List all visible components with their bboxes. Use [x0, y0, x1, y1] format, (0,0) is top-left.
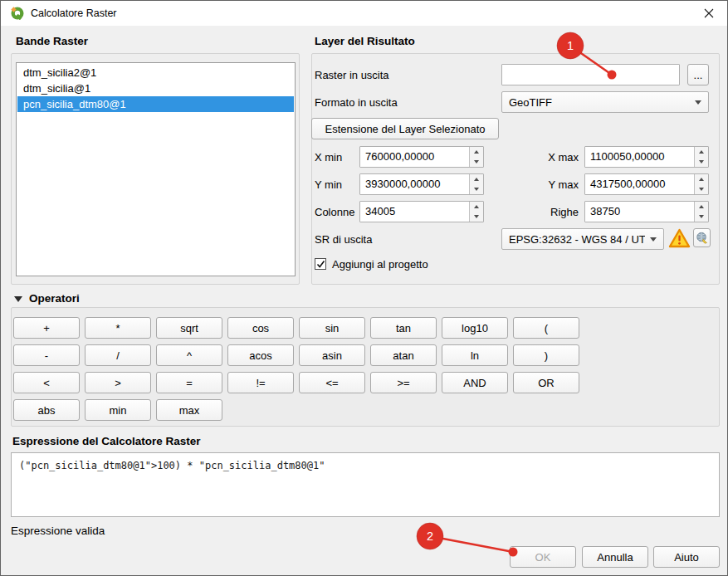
list-item[interactable]: pcn_sicilia_dtm80@1	[17, 96, 294, 112]
operator-button[interactable]: OR	[513, 372, 579, 393]
operator-button[interactable]: /	[85, 344, 151, 366]
help-button[interactable]: Aiuto	[653, 546, 720, 568]
operator-button[interactable]: sin	[299, 317, 365, 339]
selected-layer-extent-button[interactable]: Estensione del Layer Selezionato	[311, 118, 499, 139]
operator-button[interactable]: <	[13, 372, 80, 393]
collapse-triangle-icon[interactable]	[14, 296, 22, 302]
annotation-2-number: 2	[427, 530, 433, 543]
operator-button[interactable]: acos	[227, 344, 294, 366]
operator-button[interactable]: -	[13, 344, 80, 366]
ymax-label: Y max	[524, 178, 579, 192]
window-title: Calcolatore Raster	[31, 7, 117, 19]
operator-button[interactable]: min	[85, 399, 151, 421]
check-icon	[316, 260, 325, 269]
add-to-project-label: Aggiungi al progetto	[332, 257, 428, 271]
output-format-value: GeoTIFF	[509, 96, 690, 109]
operators-header: Operatori	[29, 292, 80, 305]
operator-button[interactable]: sqrt	[156, 317, 222, 339]
spin-up-icon[interactable]	[695, 202, 708, 212]
operator-button[interactable]: max	[156, 399, 222, 421]
operator-button[interactable]: <=	[299, 372, 365, 393]
expression-header: Espressione del Calcolatore Raster	[12, 435, 201, 447]
xmax-label: X max	[524, 150, 579, 164]
operator-button[interactable]: tan	[370, 317, 437, 339]
raster-calculator-dialog: Calcolatore Raster Bande Raster dtm_sici…	[0, 0, 728, 576]
spin-down-icon[interactable]	[695, 212, 708, 222]
operator-button[interactable]: =	[156, 372, 222, 393]
ymax-spinner[interactable]: 4317500,00000	[584, 173, 709, 195]
ymax-value: 4317500,00000	[585, 174, 694, 194]
xmin-value: 760000,00000	[360, 147, 469, 167]
title-bar: Calcolatore Raster	[1, 1, 727, 26]
result-frame	[311, 53, 720, 285]
operator-button[interactable]: atan	[370, 344, 437, 366]
ok-button[interactable]: OK	[510, 546, 576, 568]
close-icon	[704, 8, 714, 18]
operator-button[interactable]: ^	[156, 344, 222, 366]
output-crs-value: EPSG:32632 - WGS 84 / UT	[509, 233, 645, 246]
columns-value: 34005	[360, 202, 469, 222]
rows-spinner[interactable]: 38750	[584, 201, 709, 222]
spin-down-icon[interactable]	[470, 184, 483, 194]
spin-up-icon[interactable]	[470, 202, 483, 212]
output-format-select[interactable]: GeoTIFF	[501, 91, 709, 113]
globe-edit-icon	[696, 232, 708, 244]
ymin-label: Y min	[315, 178, 342, 192]
spin-up-icon[interactable]	[695, 174, 708, 184]
qgis-logo-icon	[10, 6, 25, 21]
raster-band-list[interactable]: dtm_sicilia2@1dtm_sicilia@1pcn_sicilia_d…	[16, 62, 296, 276]
output-crs-select[interactable]: EPSG:32632 - WGS 84 / UT	[501, 228, 664, 250]
cancel-button[interactable]: Annulla	[582, 546, 648, 568]
chevron-down-icon	[650, 237, 657, 242]
annotation-1-number: 1	[567, 39, 574, 52]
operator-button[interactable]: abs	[13, 399, 80, 421]
operator-button[interactable]: log10	[442, 317, 508, 339]
operator-button[interactable]: *	[85, 317, 151, 339]
close-button[interactable]	[691, 1, 727, 26]
ymin-spinner[interactable]: 3930000,00000	[359, 173, 484, 195]
expression-status: Espressione valida	[11, 525, 105, 537]
ymin-value: 3930000,00000	[360, 174, 469, 194]
output-raster-label: Raster in uscita	[315, 68, 389, 82]
spin-down-icon[interactable]	[470, 157, 483, 167]
output-format-label: Formato in uscita	[315, 95, 398, 110]
operator-button[interactable]: >	[85, 372, 151, 393]
chevron-down-icon	[695, 100, 701, 105]
xmax-spinner[interactable]: 1100050,00000	[584, 146, 709, 168]
operator-button[interactable]: asin	[299, 344, 365, 366]
rows-value: 38750	[585, 202, 694, 222]
output-raster-input[interactable]	[501, 64, 680, 85]
list-item[interactable]: dtm_sicilia2@1	[17, 65, 294, 81]
bands-header: Bande Raster	[16, 35, 88, 47]
rows-label: Righe	[524, 205, 579, 219]
output-crs-label: SR di uscita	[315, 232, 372, 247]
expression-textarea[interactable]: ("pcn_sicilia_dtm80@1">100) * "pcn_sicil…	[11, 452, 720, 517]
operators-grid: +*sqrtcossintanlog10(-/^acosasinatanln)<…	[13, 317, 711, 421]
result-header: Layer del Risultato	[315, 35, 415, 47]
operator-button[interactable]: ln	[442, 344, 508, 366]
operator-button[interactable]: AND	[442, 372, 508, 393]
operator-button[interactable]: >=	[370, 372, 437, 393]
crs-picker-button[interactable]	[693, 228, 711, 247]
spin-down-icon[interactable]	[470, 212, 483, 222]
add-to-project-checkbox[interactable]	[315, 258, 326, 270]
operator-button[interactable]: +	[13, 317, 80, 339]
annotation-2: 2	[417, 523, 518, 557]
crs-warning-icon	[668, 227, 691, 249]
operator-button[interactable]: cos	[227, 317, 294, 339]
spin-down-icon[interactable]	[695, 184, 708, 194]
columns-label: Colonne	[315, 205, 354, 219]
xmin-label: X min	[315, 150, 342, 164]
operator-button[interactable]: !=	[227, 372, 294, 393]
columns-spinner[interactable]: 34005	[359, 201, 484, 222]
operator-button[interactable]: )	[513, 344, 579, 366]
spin-up-icon[interactable]	[470, 147, 483, 157]
spin-down-icon[interactable]	[695, 157, 708, 167]
spin-up-icon[interactable]	[470, 174, 483, 184]
xmax-value: 1100050,00000	[585, 147, 694, 167]
list-item[interactable]: dtm_sicilia@1	[17, 81, 294, 96]
operator-button[interactable]: (	[513, 317, 579, 339]
xmin-spinner[interactable]: 760000,00000	[359, 146, 484, 168]
browse-button[interactable]: ...	[687, 64, 709, 85]
spin-up-icon[interactable]	[695, 147, 708, 157]
